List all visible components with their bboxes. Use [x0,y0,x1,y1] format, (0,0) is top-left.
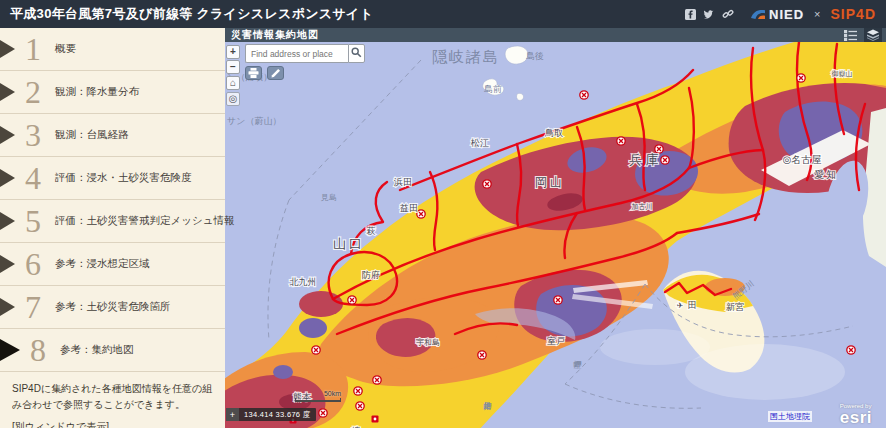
legend-icon[interactable] [844,29,860,41]
map-label: サン（蔚山） [227,116,281,126]
sidebar-item-4[interactable]: 4 評価：浸水・土砂災害危険度 [0,157,225,200]
road-closure-icon[interactable] [797,74,805,82]
hazard-marker-icon[interactable] [372,416,379,423]
map-canvas[interactable]: 隠岐諸島島後島前ン（浦項）サン（蔚山）見島室戸岬足摺岬熊野川松江鳥取岡山兵庫山口… [225,42,886,428]
map-panel-title: 災害情報集約地図 [231,28,319,42]
sidebar-item-5[interactable]: 5 評価：土砂災害警戒判定メッシュ情報 [0,200,225,243]
layers-icon[interactable] [864,28,882,42]
esri-logo-text: esri [840,409,872,426]
search-input[interactable] [245,44,348,63]
logo-separator: × [814,8,820,20]
sidebar-item-number: 8 [20,334,56,366]
map-label: 鳥取 [544,128,563,138]
sidebar-item-2[interactable]: 2 観測：降水量分布 [0,71,225,114]
zoom-out-button[interactable]: − [226,60,240,74]
twitter-icon[interactable] [703,8,715,20]
sidebar-item-number: 5 [15,205,51,237]
sidebar-item-1[interactable]: 1 概要 [0,28,225,71]
print-button[interactable] [245,66,262,80]
crosshair-icon[interactable]: + [226,408,239,421]
road-closure-icon[interactable] [554,296,562,304]
road-closure-icon[interactable] [348,296,356,304]
search-box [245,44,365,63]
open-window-link[interactable]: [別ウィンドウで表示] [12,420,109,428]
search-button[interactable] [348,44,365,63]
map-label: ✈ [677,301,684,310]
sidebar-item-label: 観測：降水量分布 [55,85,139,99]
road-closure-icon[interactable] [373,376,381,384]
map-label: 室戸 [547,336,565,346]
arrow-icon [0,339,20,361]
sidebar-item-number: 4 [15,162,51,194]
gsi-attribution-link[interactable]: 国土地理院 [768,411,812,422]
map-label: 萩 [367,226,376,236]
nied-wave-icon [751,8,766,20]
scale-bar: 50km [295,390,341,402]
map-label: 岡山 [535,175,565,189]
sidebar-item-7[interactable]: 7 参考：土砂災害危険箇所 [0,286,225,329]
locate-button[interactable]: ◎ [226,92,240,106]
road-closure-icon[interactable] [312,346,320,354]
road-closure-icon[interactable] [617,137,625,145]
header-right: NIED × SIP4D [684,6,876,22]
map-label: 兵庫 [629,152,663,167]
road-closure-icon[interactable] [483,180,491,188]
map-artwork: 隠岐諸島島後島前ン（浦項）サン（蔚山）見島室戸岬足摺岬熊野川松江鳥取岡山兵庫山口… [225,42,886,428]
sidebar: 1 概要 2 観測：降水量分布 3 観測：台風経路 4 評価：浸水・土砂災害危険… [0,28,225,428]
road-closure-icon[interactable] [354,387,362,395]
road-closure-icon[interactable] [478,351,486,359]
app-root: 平成30年台風第7号及び前線等 クライシスレスポンスサイト NIED × SIP… [0,0,886,428]
draw-button[interactable] [267,66,284,80]
scale-bar-line [295,398,341,402]
sidebar-item-number: 2 [15,76,51,108]
road-closure-icon[interactable] [417,210,425,218]
map-title-bar: 災害情報集約地図 [225,28,886,42]
arrow-icon [0,298,15,316]
arrow-icon [0,169,15,187]
map-label: 防府 [362,270,380,280]
map-label: 島前 [484,84,502,94]
nied-logo-text: NIED [769,7,804,22]
sidebar-item-label: 参考：浸水想定区域 [55,257,150,271]
zoom-in-button[interactable]: + [226,45,240,59]
pencil-icon [271,66,281,81]
road-closure-icon[interactable] [580,91,588,99]
map-label: 浜田 [393,177,412,187]
map-label: 田 [688,300,697,310]
esri-logo[interactable]: Powered by esri [840,403,872,426]
sidebar-item-6[interactable]: 6 参考：浸水想定区域 [0,243,225,286]
map-label: 松江 [470,138,489,148]
sidebar-item-list: 1 概要 2 観測：降水量分布 3 観測：台風経路 4 評価：浸水・土砂災害危険… [0,28,225,372]
sidebar-item-8[interactable]: 8 参考：集約地図 [0,329,225,372]
sidebar-item-number: 1 [15,33,51,65]
map-label: ◎名古屋 [783,154,822,165]
link-icon[interactable] [722,8,734,20]
sip4d-logo[interactable]: SIP4D [831,6,876,22]
road-closure-icon[interactable] [319,409,327,417]
facebook-icon[interactable] [684,8,696,20]
map-label: 北九州 [290,277,317,287]
nied-logo[interactable]: NIED [751,7,804,22]
scale-label: 50km [295,390,341,398]
header: 平成30年台風第7号及び前線等 クライシスレスポンスサイト NIED × SIP… [0,0,886,28]
map-label: 加古川 [632,203,653,211]
map-label: 新宮 [726,302,744,312]
road-closure-icon[interactable] [847,346,855,354]
sidebar-description: SIP4Dに集約された各種地図情報を任意の組み合わせで参照することができます。 [0,372,225,416]
sidebar-item-3[interactable]: 3 観測：台風経路 [0,114,225,157]
map-label: 島後 [526,51,544,61]
home-button[interactable]: ⌂ [226,76,240,90]
sidebar-item-label: 参考：土砂災害危険箇所 [55,300,171,314]
sidebar-item-label: 評価：浸水・土砂災害危険度 [55,171,192,185]
printer-icon [248,66,259,81]
sidebar-item-number: 3 [15,119,51,151]
sidebar-item-label: 参考：集約地図 [60,343,134,357]
arrow-icon [0,40,15,58]
search-icon [351,46,362,61]
map-label: 隠岐諸島 [432,48,500,65]
arrow-icon [0,212,15,230]
map-label: 山口 [333,236,365,251]
map-panel: 災害情報集約地図 [225,28,886,428]
road-closure-icon[interactable] [356,402,364,410]
coordinates-bar: + 134.414 33.676 度 [226,408,316,421]
